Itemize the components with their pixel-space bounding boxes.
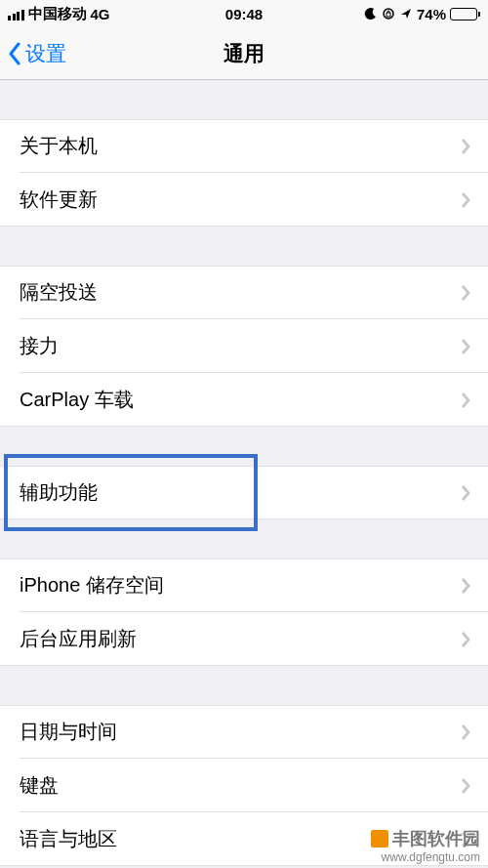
row-label: CarPlay 车载 [20, 387, 134, 413]
chevron-left-icon [8, 42, 21, 65]
row-label: 后台应用刷新 [20, 626, 137, 652]
watermark: 丰图软件园 www.dgfengtu.com [371, 827, 480, 864]
chevron-right-icon [461, 484, 470, 502]
status-bar: 中国移动 4G 09:48 74% [0, 0, 488, 27]
chevron-right-icon [461, 723, 470, 741]
row-label: 辅助功能 [20, 479, 98, 506]
chevron-right-icon [461, 284, 470, 302]
chevron-right-icon [461, 138, 470, 155]
section-gap [0, 519, 488, 558]
watermark-title: 丰图软件园 [392, 827, 480, 850]
carrier-label: 中国移动 [28, 5, 87, 23]
chevron-right-icon [461, 631, 470, 648]
chevron-right-icon [461, 577, 470, 595]
section-gap [0, 80, 488, 119]
chevron-right-icon [461, 777, 470, 795]
signal-icon [8, 8, 24, 21]
location-icon [399, 7, 413, 21]
status-time: 09:48 [225, 6, 263, 22]
row-date-time[interactable]: 日期与时间 [0, 705, 488, 759]
row-accessibility[interactable]: 辅助功能 [0, 466, 488, 519]
content: 关于本机软件更新隔空投送接力CarPlay 车载辅助功能iPhone 储存空间后… [0, 80, 488, 866]
section-gap [0, 427, 488, 466]
battery-icon [450, 8, 480, 21]
row-label: 关于本机 [20, 133, 98, 159]
row-handoff[interactable]: 接力 [0, 319, 488, 373]
row-keyboard[interactable]: 键盘 [0, 759, 488, 812]
status-right: 74% [364, 6, 480, 22]
row-background-refresh[interactable]: 后台应用刷新 [0, 612, 488, 666]
row-label: 语言与地区 [20, 826, 117, 852]
back-button[interactable]: 设置 [8, 40, 66, 67]
row-label: 隔空投送 [20, 279, 98, 306]
network-label: 4G [91, 6, 110, 22]
chevron-right-icon [461, 191, 470, 209]
back-label: 设置 [25, 40, 66, 67]
chevron-right-icon [461, 338, 470, 355]
row-label: iPhone 储存空间 [20, 572, 164, 599]
chevron-right-icon [461, 392, 470, 409]
page-title: 通用 [224, 40, 264, 67]
row-carplay[interactable]: CarPlay 车载 [0, 373, 488, 427]
moon-icon [364, 7, 378, 21]
row-label: 软件更新 [20, 186, 98, 213]
row-about[interactable]: 关于本机 [0, 119, 488, 173]
nav-bar: 设置 通用 [0, 27, 488, 80]
watermark-url: www.dgfengtu.com [382, 850, 480, 864]
row-label: 接力 [20, 333, 59, 359]
section-gap [0, 666, 488, 705]
row-label: 键盘 [20, 772, 59, 799]
row-airdrop[interactable]: 隔空投送 [0, 266, 488, 319]
section-gap [0, 227, 488, 266]
row-label: 日期与时间 [20, 719, 117, 745]
status-left: 中国移动 4G [8, 5, 110, 23]
row-iphone-storage[interactable]: iPhone 储存空间 [0, 558, 488, 612]
row-software-update[interactable]: 软件更新 [0, 173, 488, 227]
battery-percent: 74% [417, 6, 446, 22]
watermark-logo-icon [371, 830, 388, 847]
lock-rotation-icon [382, 7, 395, 21]
